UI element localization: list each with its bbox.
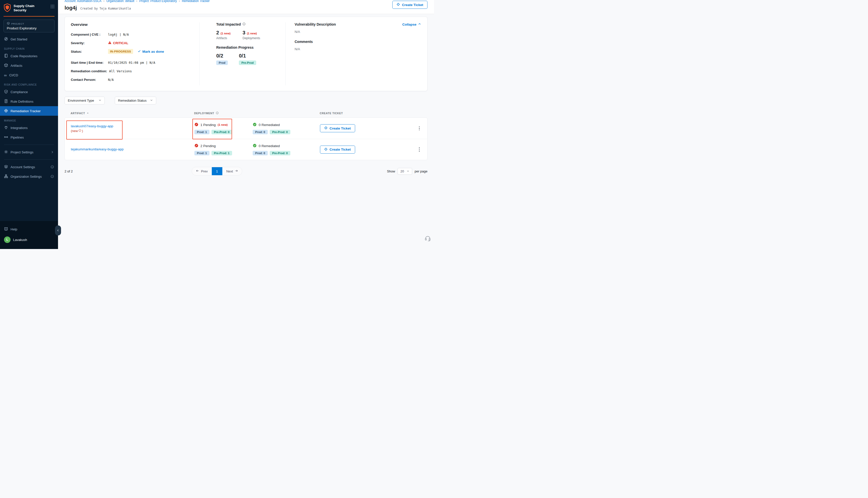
info-icon[interactable]	[78, 129, 81, 133]
overview-card: Collapse Overview Component | CVE : log4…	[65, 16, 427, 91]
remediation-status-filter[interactable]: Remediation Status	[115, 97, 156, 104]
sidebar-item-remediation-tracker[interactable]: Remediation Tracker	[0, 106, 58, 116]
info-icon[interactable]	[216, 112, 219, 115]
collapse-button[interactable]: Collapse	[402, 22, 421, 26]
project-selector[interactable]: PROJECT Product Exploratory	[3, 19, 54, 32]
next-page-button[interactable]: Next	[222, 167, 242, 175]
artifacts-count: 2	[216, 30, 219, 36]
gear-icon	[4, 150, 8, 155]
pagination-summary: 2 of 2	[65, 169, 73, 173]
diamond-icon	[324, 126, 327, 130]
sidebar-item-pipelines[interactable]: Pipelines	[0, 132, 58, 142]
remediated-icon	[252, 144, 257, 148]
prod-count-badge: Prod: 0	[252, 130, 268, 134]
main-area: Account: Automation-SSCA Organization: d…	[58, 0, 434, 249]
preprod-count-badge: Pre-Prod: 0	[211, 130, 232, 134]
create-ticket-button-header[interactable]: Create Ticket	[392, 1, 427, 9]
chevron-down-icon	[406, 169, 410, 173]
preprod-count-badge: Pre-Prod: 0	[270, 130, 290, 134]
sidebar-item-help[interactable]: Help	[0, 224, 58, 234]
sidebar-item-account-settings[interactable]: Account Settings	[0, 162, 58, 172]
sort-up-icon	[87, 112, 89, 115]
sidebar-item-get-started[interactable]: Get Started	[0, 35, 58, 44]
infinity-icon: ∞	[4, 73, 7, 77]
column-header-create-ticket: CREATE TICKET	[320, 112, 410, 115]
remediation-icon	[4, 109, 8, 114]
page-size-controls: Show 20 per page	[387, 168, 427, 175]
sidebar-item-code-repositories[interactable]: Code Repositories	[0, 51, 58, 61]
remediation-table: lavakush07/easy-buggy-app (new )	[65, 117, 427, 160]
artifact-cell: lavakush07/easy-buggy-app (new )	[71, 124, 194, 133]
shield-check-icon	[4, 90, 8, 94]
grid-icon[interactable]	[51, 3, 54, 10]
info-icon[interactable]	[242, 22, 246, 26]
table-row: lavakush07/easy-buggy-app (new )	[65, 118, 427, 139]
nav-section-manage: MANAGE	[0, 116, 58, 123]
info-icon	[51, 175, 54, 178]
remediation-progress-heading: Remediation Progress	[216, 45, 281, 50]
overview-impact-column: Total Impacted 2 (1 new) Artifacts	[199, 22, 285, 86]
sidebar-item-integrations[interactable]: Integrations	[0, 123, 58, 132]
sidebar-item-project-settings[interactable]: Project Settings	[0, 147, 58, 157]
severity-value: CRITICAL	[108, 41, 128, 45]
remediated-group: 0 Remediated Prod: 0 Pre-Prod: 0	[252, 122, 306, 134]
impacted-deployments: 3 (1 new) Deployments	[243, 30, 260, 40]
prod-count-badge: Prod: 1	[194, 130, 209, 134]
support-headset-icon[interactable]	[425, 235, 431, 243]
pending-icon	[194, 122, 198, 127]
row-menu-kebab-icon[interactable]	[417, 125, 422, 132]
sidebar-collapse-handle[interactable]	[55, 225, 61, 235]
create-ticket-button-row[interactable]: Create Ticket	[320, 146, 355, 154]
overview-details-column: Overview Component | CVE : log4j | N/A S…	[65, 22, 199, 86]
sidebar-item-artifacts[interactable]: Artifacts	[0, 61, 58, 70]
field-status: Status: IN-PROGRESS Mark as done	[71, 49, 193, 54]
created-by-text: Created by Teja Kummarikuntla	[80, 7, 131, 10]
mark-as-done-button[interactable]: Mark as done	[138, 50, 164, 53]
page-number-1[interactable]: 1	[212, 167, 222, 175]
account-icon	[4, 165, 8, 169]
row-menu-kebab-icon[interactable]	[417, 146, 422, 153]
status-badge: IN-PROGRESS	[108, 49, 133, 54]
prev-page-button[interactable]: Prev	[192, 167, 212, 175]
sidebar-item-compliance[interactable]: Compliance	[0, 87, 58, 97]
chevron-down-icon	[99, 99, 102, 102]
deployment-cell: 2 Pending Prod: 1 Pre-Prod: 1 0 Remediat…	[194, 144, 320, 155]
column-header-artifact[interactable]: ARTIFACT	[70, 112, 194, 115]
sidebar-item-organization-settings[interactable]: Organization Settings	[0, 172, 58, 181]
breadcrumb-project[interactable]: Project: Product Exploratory	[139, 0, 177, 3]
sidebar-item-cicd[interactable]: ∞ CI/CD	[0, 70, 58, 80]
artifact-link[interactable]: lavakush07/easy-buggy-app	[71, 124, 113, 129]
diamond-icon	[397, 3, 400, 7]
field-remediation-condition: Remediation condition: All Versions	[71, 68, 193, 74]
arrow-right-icon	[235, 169, 238, 173]
deployments-new-count: (1 new)	[247, 32, 257, 35]
pending-count: 2 Pending	[200, 144, 216, 148]
page-title: log4j	[65, 5, 77, 11]
per-page-label: per page	[415, 169, 427, 173]
sidebar-item-rule-definitions[interactable]: Rule Definitions	[0, 97, 58, 106]
repo-icon	[4, 54, 8, 58]
user-name: Lavakush	[13, 238, 27, 242]
sidebar-user[interactable]: L Lavakush	[0, 234, 58, 245]
column-header-deployment: DEPLOYMENT	[194, 112, 320, 115]
shield-logo-icon	[3, 3, 11, 13]
project-name: Product Exploratory	[7, 26, 51, 30]
environment-type-filter[interactable]: Environment Type	[65, 97, 105, 104]
create-ticket-button-row[interactable]: Create Ticket	[320, 124, 355, 132]
nav-section-supply-chain: SUPPLY CHAIN	[0, 44, 58, 51]
impacted-artifacts: 2 (1 new) Artifacts	[216, 30, 231, 40]
breadcrumb-remediation-tracker[interactable]: Remediation Tracker	[182, 0, 210, 3]
filters-row: Environment Type Remediation Status	[65, 97, 427, 104]
chevron-up-icon	[418, 22, 421, 26]
page-size-select[interactable]: 20	[398, 168, 412, 175]
artifact-link[interactable]: tejakummarikuntla/easy-buggy-app	[71, 147, 124, 152]
prod-count-badge: Prod: 1	[194, 151, 209, 155]
deployment-cell: 1 Pending (1 new) Prod: 1 Pre-Prod: 0	[194, 122, 320, 134]
create-ticket-cell: Create Ticket	[320, 124, 409, 132]
breadcrumb-account[interactable]: Account: Automation-SSCA	[65, 0, 102, 3]
breadcrumb-organization[interactable]: Organization: default	[106, 0, 134, 3]
help-icon	[4, 227, 8, 232]
comments-heading: Comments	[295, 40, 421, 44]
warning-icon	[108, 41, 112, 45]
pagination: 2 of 2 Prev 1 Next Show 20	[65, 167, 427, 176]
